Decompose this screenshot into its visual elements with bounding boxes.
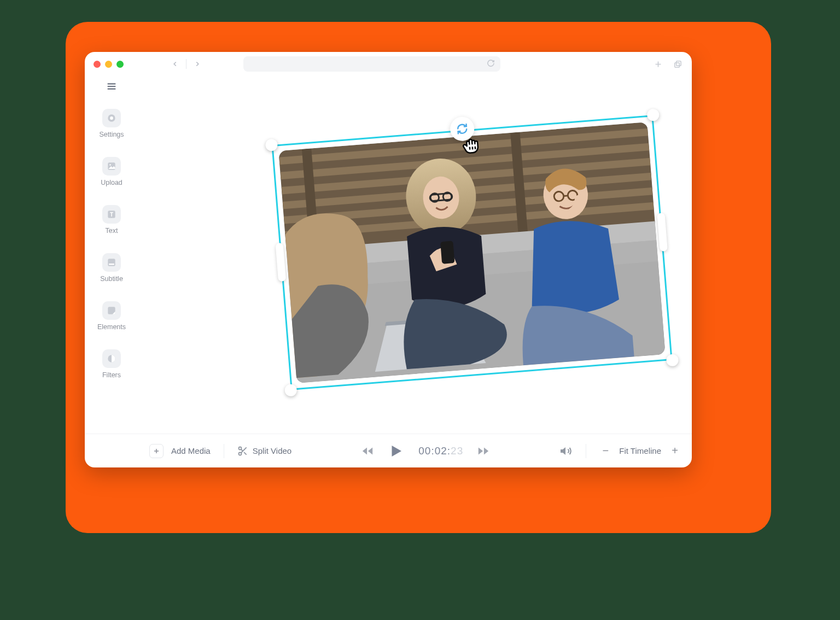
titlebar-right — [652, 59, 683, 69]
forward-button[interactable] — [190, 56, 205, 72]
svg-line-50 — [244, 452, 247, 455]
add-media-label: Add Media — [171, 446, 211, 455]
zoom-in-button[interactable]: + — [669, 445, 681, 457]
reload-icon[interactable] — [487, 59, 495, 69]
sidebar-item-label: Elements — [97, 323, 126, 331]
sidebar-item-subtitle[interactable]: Subtitle — [90, 253, 133, 283]
svg-marker-54 — [392, 446, 402, 457]
rewind-button[interactable] — [361, 445, 374, 457]
new-tab-button[interactable] — [652, 59, 663, 69]
sidebar-item-text[interactable]: T Text — [90, 205, 133, 235]
sidebar-item-settings[interactable]: Settings — [90, 109, 133, 138]
split-video-label: Split Video — [253, 446, 291, 455]
subtitle-icon — [102, 253, 121, 272]
address-bar[interactable] — [243, 56, 500, 72]
svg-point-48 — [238, 452, 241, 455]
menu-button[interactable] — [106, 80, 118, 92]
window-minimize-button[interactable] — [105, 61, 112, 68]
svg-marker-52 — [363, 447, 367, 454]
bottom-toolbar: Add Media Split Video 00:02:23 — [85, 434, 692, 467]
history-nav — [167, 56, 205, 72]
sidebar: Settings Upload T Text Subtitle — [85, 76, 138, 434]
timecode: 00:02:23 — [418, 445, 463, 457]
back-button[interactable] — [167, 56, 183, 72]
sidebar-item-filters[interactable]: Filters — [90, 349, 133, 379]
right-group: − Fit Timeline + — [559, 444, 681, 458]
svg-text:T: T — [110, 212, 113, 218]
app-body: Settings Upload T Text Subtitle — [85, 76, 692, 434]
canvas[interactable] — [138, 76, 692, 434]
elements-icon — [102, 301, 121, 320]
split-video-button[interactable]: Split Video — [237, 446, 291, 457]
media-preview[interactable] — [278, 122, 665, 383]
sidebar-item-label: Upload — [101, 179, 122, 186]
svg-marker-57 — [561, 447, 565, 455]
sidebar-item-label: Settings — [99, 131, 124, 138]
zoom-out-button[interactable]: − — [599, 445, 611, 457]
transport-controls: 00:02:23 — [361, 443, 489, 459]
svg-rect-37 — [440, 241, 454, 264]
sidebar-item-label: Subtitle — [100, 275, 123, 283]
svg-marker-53 — [368, 447, 372, 454]
svg-line-41 — [564, 196, 568, 196]
svg-point-47 — [238, 447, 241, 449]
add-media-button[interactable]: Add Media — [171, 446, 211, 455]
sidebar-item-elements[interactable]: Elements — [90, 301, 133, 331]
filters-icon — [102, 349, 121, 368]
resize-handle-top-right[interactable] — [646, 108, 660, 121]
sidebar-item-label: Filters — [102, 371, 121, 379]
volume-button[interactable] — [559, 444, 573, 458]
divider — [186, 59, 186, 69]
traffic-lights — [94, 61, 124, 68]
svg-point-8 — [110, 116, 113, 120]
selected-clip[interactable] — [271, 115, 672, 390]
fit-timeline-button[interactable]: Fit Timeline — [619, 446, 661, 455]
window-close-button[interactable] — [94, 61, 101, 68]
tabs-overview-button[interactable] — [672, 59, 683, 69]
svg-marker-55 — [484, 447, 488, 454]
add-media-plus-button[interactable] — [149, 444, 164, 458]
text-icon: T — [102, 205, 121, 224]
divider — [586, 444, 586, 458]
svg-point-10 — [109, 164, 111, 166]
svg-rect-14 — [109, 264, 114, 265]
resize-handle-bottom-right[interactable] — [666, 354, 679, 367]
svg-rect-2 — [676, 61, 681, 66]
resize-handle-bottom-left[interactable] — [284, 384, 298, 397]
fast-forward-button[interactable] — [477, 445, 489, 457]
svg-rect-3 — [674, 62, 679, 67]
scissors-icon — [237, 446, 248, 457]
divider — [224, 444, 224, 458]
svg-rect-13 — [108, 259, 115, 266]
sidebar-item-label: Text — [106, 227, 118, 235]
svg-marker-56 — [479, 447, 483, 454]
play-button[interactable] — [388, 443, 404, 459]
upload-icon — [102, 157, 121, 176]
settings-icon — [102, 109, 121, 127]
app-window: Settings Upload T Text Subtitle — [85, 52, 692, 467]
sidebar-item-upload[interactable]: Upload — [90, 157, 133, 186]
titlebar — [85, 52, 692, 76]
svg-line-51 — [241, 449, 242, 451]
rotate-icon — [455, 122, 469, 136]
window-maximize-button[interactable] — [116, 61, 124, 68]
